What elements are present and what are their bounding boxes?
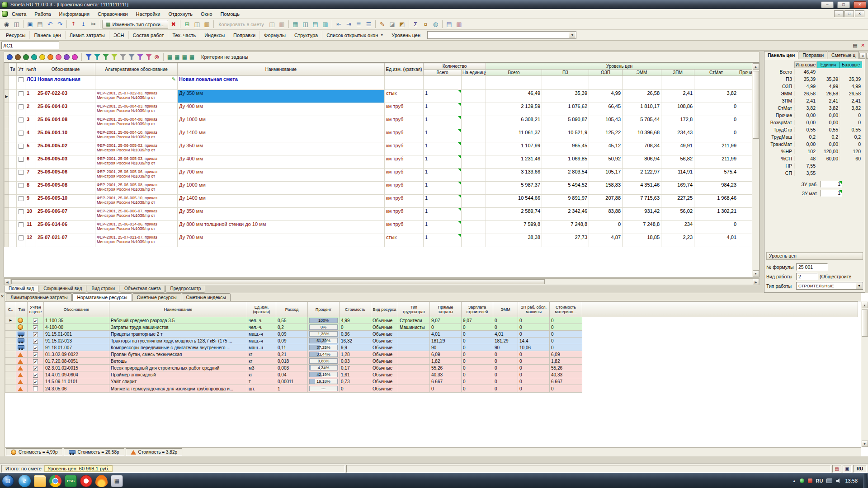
column-header[interactable]: Стоимость материал... — [550, 302, 582, 317]
name-cell[interactable]: Ду 1400 мм — [178, 195, 385, 208]
estimate-row[interactable]: 1225-07-021-07ФЕР-2001, 25-07-021-07, пр… — [5, 234, 753, 247]
menu-item[interactable]: Информация — [55, 10, 94, 18]
language-indicator[interactable]: RU — [816, 478, 823, 483]
price-level-section[interactable]: Уровень цен — [766, 252, 863, 260]
sort-up-icon[interactable]: ⇡ — [69, 20, 78, 29]
panel-toggle-button[interactable]: Ресурсы — [2, 31, 30, 39]
filter-funnel-icon[interactable] — [137, 54, 143, 60]
report-icon[interactable]: ▤ — [444, 20, 454, 29]
panel-toggle-button[interactable]: Поправки — [229, 31, 260, 39]
checkbox[interactable] — [19, 183, 24, 188]
checkbox-checked[interactable]: ✔ — [33, 380, 38, 385]
filter-funnel-icon[interactable] — [94, 54, 100, 60]
column-header[interactable]: Количество — [424, 63, 486, 70]
panel-toggle-button[interactable]: Тех. часть — [168, 31, 200, 39]
checkbox[interactable] — [19, 209, 24, 214]
resource-row[interactable]: ✔14.4.01.09-0604Праймер эпоксидныйкг0,04… — [5, 371, 858, 378]
name-cell[interactable]: Ду 350 мм — [178, 208, 385, 221]
estimate-vertical-scrollbar[interactable]: ▲ ▼ — [752, 63, 759, 277]
resource-row[interactable]: ✔01.7.20.08-0051Ветошькг0,0180,86%0,03Об… — [5, 358, 858, 365]
resource-row[interactable]: ▶✔1-100-35Рабочий среднего разряда 3.5че… — [5, 317, 858, 324]
resource-row[interactable]: ✔14.5.09.11-0101Уайт-спиритт0,0001119,18… — [5, 378, 858, 385]
resource-row[interactable]: ✔4-100-00Затраты труда машинистовчел.-ч.… — [5, 324, 858, 331]
filter-funnel-icon[interactable] — [146, 54, 152, 60]
globe-icon[interactable]: ◍ — [431, 20, 440, 29]
column-header[interactable]: СтМат — [694, 70, 738, 76]
checkbox[interactable] — [19, 196, 24, 201]
column-header[interactable]: Прямые затраты — [430, 302, 462, 317]
estimate-row[interactable]: 425-06-004-10ФЕР-2001, 25-06-004-10, при… — [5, 129, 753, 142]
included-checkbox-cell[interactable]: ✔ — [28, 351, 44, 358]
checkbox-checked[interactable]: ✔ — [33, 359, 38, 364]
chart-icon[interactable]: ▥ — [454, 20, 464, 29]
column-header[interactable]: Уровень цен — [486, 63, 753, 70]
menu-item[interactable]: Отдохнуть — [165, 10, 197, 18]
filter-circle-icon[interactable] — [23, 54, 29, 60]
column-header[interactable]: Ти — [9, 63, 17, 76]
view-tab[interactable]: Полный вид — [4, 286, 38, 293]
close-button[interactable]: ✕ — [854, 1, 866, 8]
menu-item[interactable]: Настройки — [132, 10, 165, 18]
included-checkbox-cell[interactable]: ✔ — [28, 358, 44, 365]
filter-circle-icon[interactable] — [56, 54, 61, 60]
estimate-row[interactable]: 1025-06-006-07ФЕР-2001, 25-06-006-07, пр… — [5, 208, 753, 221]
formula-input[interactable]: 25 001 — [796, 263, 828, 271]
minimize-button[interactable]: – — [821, 1, 834, 8]
column-header[interactable]: ПЗ — [542, 70, 589, 76]
binoculars-search-icon[interactable]: ◉ — [2, 20, 11, 29]
cut-icon[interactable]: ✂ — [89, 20, 98, 29]
included-checkbox-cell[interactable]: ✔ — [28, 331, 44, 338]
change-row-type-button[interactable]: ▦Изменить тип строки... — [102, 20, 168, 29]
checkbox[interactable] — [33, 386, 38, 391]
grid-view-icon[interactable]: ▦ — [291, 20, 300, 29]
filter-circle-icon[interactable] — [47, 54, 53, 60]
checkbox-checked[interactable]: ✔ — [33, 319, 38, 324]
filter-funnel-icon[interactable] — [111, 54, 118, 60]
zu-input[interactable]: 1 — [821, 190, 842, 197]
mdi-minimize-button[interactable]: – — [834, 10, 844, 17]
scroll-down-icon[interactable]: ▼ — [862, 441, 868, 447]
checkbox-checked[interactable]: ✔ — [33, 373, 38, 378]
panel-menu-icon[interactable]: ▤ — [851, 42, 859, 49]
insert-row-icon[interactable]: ⊞ — [182, 20, 192, 29]
panel-toggle-button[interactable]: Структура — [290, 31, 322, 39]
edit-pencil-icon[interactable]: ✎ — [95, 76, 178, 90]
column-header[interactable]: Процент — [308, 302, 340, 317]
menu-item[interactable]: Работа — [30, 10, 55, 18]
scroll-thumb[interactable] — [11, 279, 545, 284]
column-header[interactable]: Учтён в цене — [28, 302, 44, 317]
checkbox[interactable] — [19, 131, 24, 136]
clear-filter-icon[interactable]: ⊗ — [154, 54, 160, 60]
filter-funnel-icon[interactable] — [85, 54, 92, 60]
scroll-down-icon[interactable]: ▼ — [753, 270, 759, 277]
resource-tab[interactable]: Нормативные ресурсы — [72, 293, 132, 301]
filter-circle-icon[interactable] — [72, 54, 78, 60]
estimate-row[interactable]: 1125-06-014-06ФЕР-2001, 25-06-014-06, пр… — [5, 221, 753, 234]
included-checkbox-cell[interactable]: ✔ — [28, 378, 44, 385]
tabs-scroll-left-icon[interactable]: ◂ — [859, 53, 865, 59]
find-document-icon[interactable]: ◫ — [12, 20, 21, 29]
name-cell[interactable]: Ду 400 мм — [178, 155, 385, 169]
checkbox[interactable] — [19, 77, 24, 82]
save-icon[interactable]: ▣ — [25, 20, 35, 29]
included-checkbox-cell[interactable]: ✔ — [28, 365, 44, 371]
zu-input[interactable]: 1 — [821, 181, 842, 188]
name-cell[interactable]: Ду 700 мм — [178, 234, 385, 247]
fire-icon[interactable] — [95, 475, 108, 487]
resource-row[interactable]: ✔91.18.01-007Компрессоры передвижные с д… — [5, 344, 858, 351]
column-header[interactable]: Всего — [424, 70, 462, 76]
price-column-header[interactable]: Базовые — [840, 61, 862, 68]
name-cell[interactable]: Ду 350 мм — [178, 90, 385, 103]
column-header[interactable]: Расход — [276, 302, 308, 317]
column-header[interactable]: ОЗП — [589, 70, 623, 76]
filter-circle-icon[interactable] — [15, 54, 21, 60]
show-desktop-button[interactable] — [863, 474, 867, 488]
checkbox[interactable] — [19, 144, 24, 149]
undo-icon[interactable]: ↶ — [45, 20, 55, 29]
close-lower-panel-icon[interactable]: ✕ — [0, 294, 4, 299]
copy-row-icon[interactable]: ◫ — [192, 20, 202, 29]
column-header[interactable]: Тип — [16, 302, 28, 317]
app-menu-icon[interactable] — [2, 11, 8, 17]
column-header[interactable]: С.. — [5, 302, 16, 317]
split-view-icon[interactable]: ◫ — [301, 20, 310, 29]
